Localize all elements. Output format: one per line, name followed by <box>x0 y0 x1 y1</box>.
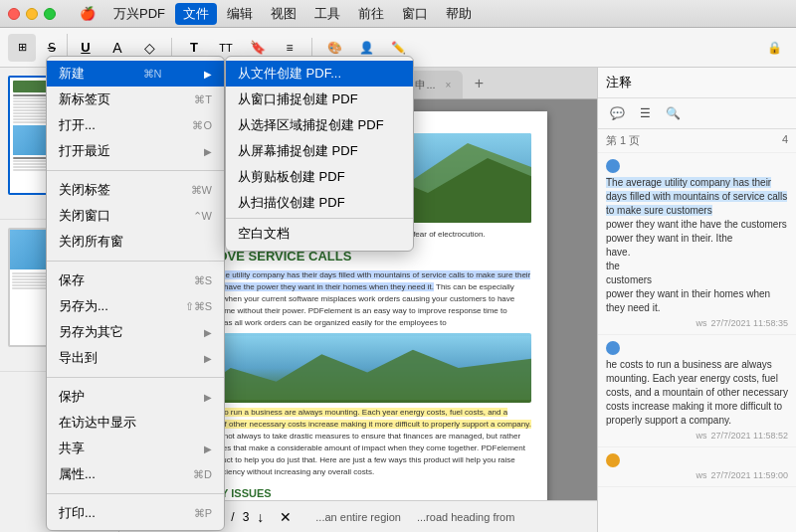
menu-section-5: 打印... ⌘P <box>47 496 224 530</box>
menu-section-3: 保存 ⌘S 另存为... ⇧⌘S 另存为其它 ▶ 导出到 ▶ <box>47 264 224 375</box>
menu-item-properties-label: 属性... <box>59 465 96 483</box>
menu-item-save-shortcut: ⌘S <box>178 274 212 287</box>
submenu-item-from-file-label: 从文件创建 PDF... <box>238 65 341 83</box>
menu-item-reveal-label: 在访达中显示 <box>59 414 136 432</box>
file-menu[interactable]: 文件 <box>175 3 217 25</box>
menu-section-4: 保护 ▶ 在访达中显示 共享 ▶ 属性... ⌘D <box>47 380 224 491</box>
minimize-button[interactable] <box>26 8 38 20</box>
menu-section-1: 新建 ⌘N ▶ 新标签页 ⌘T 打开... ⌘O 打开最近 ▶ <box>47 57 224 168</box>
submenu-item-from-scanner-label: 从扫描仪创建 PDF <box>238 194 345 212</box>
new-submenu-sep <box>226 218 413 219</box>
submenu-item-from-file[interactable]: 从文件创建 PDF... <box>226 61 413 87</box>
menu-item-save-as-label: 另存为... <box>59 297 108 315</box>
menu-item-save-as[interactable]: 另存为... ⇧⌘S <box>47 293 224 319</box>
apple-menu[interactable]: 🍎 <box>72 4 103 23</box>
menu-item-new-shortcut: ⌘N <box>127 68 162 81</box>
submenu-item-blank-label: 空白文档 <box>238 225 290 243</box>
menu-item-protect-label: 保护 <box>59 388 85 406</box>
menu-section-2: 关闭标签 ⌘W 关闭窗口 ⌃W 关闭所有窗 <box>47 173 224 259</box>
menu-item-save[interactable]: 保存 ⌘S <box>47 267 224 293</box>
new-submenu-popup: 从文件创建 PDF... 从窗口捕捉创建 PDF 从选择区域捕捉创建 PDF 从… <box>225 56 414 252</box>
close-button[interactable] <box>8 8 20 20</box>
tools-menu[interactable]: 工具 <box>306 3 348 25</box>
dropdown-overlay: 新建 ⌘N ▶ 新标签页 ⌘T 打开... ⌘O 打开最近 ▶ <box>0 56 796 532</box>
menu-item-properties-shortcut: ⌘D <box>177 468 212 481</box>
menu-item-save-label: 保存 <box>59 271 85 289</box>
goto-menu[interactable]: 前往 <box>350 3 392 25</box>
menu-item-recent-arrow: ▶ <box>204 146 212 157</box>
menu-item-share-arrow: ▶ <box>204 443 212 454</box>
menu-item-share-label: 共享 <box>59 440 85 457</box>
menu-item-close-tab-label: 关闭标签 <box>59 181 110 199</box>
menu-item-export-label: 导出到 <box>59 349 98 367</box>
menu-sep-4 <box>47 493 224 494</box>
menu-item-share[interactable]: 共享 ▶ <box>47 436 224 461</box>
menu-item-save-other-arrow: ▶ <box>204 327 212 338</box>
view-menu[interactable]: 视图 <box>263 3 304 25</box>
submenu-item-from-selection-label: 从选择区域捕捉创建 PDF <box>238 116 384 134</box>
menu-item-recent-label: 打开最近 <box>59 142 110 160</box>
menu-item-open-label: 打开... <box>59 116 96 134</box>
menu-item-protect-arrow: ▶ <box>204 392 212 403</box>
menu-item-close-all[interactable]: 关闭所有窗 <box>47 229 224 255</box>
menu-item-export-arrow: ▶ <box>204 353 212 364</box>
menu-item-open-shortcut: ⌘O <box>176 119 212 132</box>
menu-item-new-tab[interactable]: 新标签页 ⌘T <box>47 87 224 112</box>
submenu-item-from-selection[interactable]: 从选择区域捕捉创建 PDF <box>226 112 413 138</box>
menu-item-export[interactable]: 导出到 ▶ <box>47 345 224 371</box>
submenu-item-from-scanner[interactable]: 从扫描仪创建 PDF <box>226 190 413 216</box>
menu-item-open[interactable]: 打开... ⌘O <box>47 112 224 138</box>
menu-item-close-tab[interactable]: 关闭标签 ⌘W <box>47 177 224 203</box>
submenu-item-from-window[interactable]: 从窗口捕捉创建 PDF <box>226 87 413 112</box>
menu-bar: 🍎 万兴PDF 文件 编辑 视图 工具 前往 窗口 帮助 <box>72 3 480 25</box>
submenu-item-from-window-label: 从窗口捕捉创建 PDF <box>238 90 358 108</box>
traffic-lights <box>8 8 56 20</box>
maximize-button[interactable] <box>44 8 56 20</box>
submenu-item-from-screen-label: 从屏幕捕捉创建 PDF <box>238 142 358 160</box>
submenu-item-from-screen[interactable]: 从屏幕捕捉创建 PDF <box>226 138 413 164</box>
menu-item-close-window-shortcut: ⌃W <box>177 210 212 223</box>
menu-sep-1 <box>47 170 224 171</box>
submenu-item-from-clipboard-label: 从剪贴板创建 PDF <box>238 168 345 186</box>
menu-item-print-shortcut: ⌘P <box>178 507 212 520</box>
app-menu[interactable]: 万兴PDF <box>105 3 173 25</box>
menu-item-save-as-shortcut: ⇧⌘S <box>169 300 212 313</box>
main-container: ⊞ S̶ U A ◇ T TT 🔖 ≡ 🎨 👤 ✏️ 🔒 <box>0 28 796 532</box>
menu-item-recent[interactable]: 打开最近 ▶ <box>47 138 224 164</box>
menu-item-print-label: 打印... <box>59 504 96 522</box>
submenu-item-from-clipboard[interactable]: 从剪贴板创建 PDF <box>226 164 413 190</box>
menu-item-protect[interactable]: 保护 ▶ <box>47 384 224 410</box>
menu-item-new[interactable]: 新建 ⌘N ▶ <box>47 61 224 87</box>
menu-item-close-window-label: 关闭窗口 <box>59 207 110 225</box>
menu-item-new-arrow: ▶ <box>204 69 212 80</box>
menu-sep-2 <box>47 261 224 262</box>
menu-item-new-tab-shortcut: ⌘T <box>178 93 212 106</box>
menu-item-close-tab-shortcut: ⌘W <box>175 184 212 197</box>
menu-item-close-window[interactable]: 关闭窗口 ⌃W <box>47 203 224 229</box>
file-menu-popup: 新建 ⌘N ▶ 新标签页 ⌘T 打开... ⌘O 打开最近 ▶ <box>46 56 225 531</box>
menu-sep-3 <box>47 377 224 378</box>
menu-item-save-other[interactable]: 另存为其它 ▶ <box>47 319 224 345</box>
title-bar: 🍎 万兴PDF 文件 编辑 视图 工具 前往 窗口 帮助 <box>0 0 796 28</box>
menu-item-new-tab-label: 新标签页 <box>59 90 110 108</box>
window-menu[interactable]: 窗口 <box>394 3 436 25</box>
menu-item-reveal[interactable]: 在访达中显示 <box>47 410 224 436</box>
menu-item-save-other-label: 另存为其它 <box>59 323 123 341</box>
menu-item-new-label: 新建 <box>59 65 85 83</box>
new-submenu-section: 从文件创建 PDF... 从窗口捕捉创建 PDF 从选择区域捕捉创建 PDF 从… <box>226 57 413 251</box>
edit-menu[interactable]: 编辑 <box>219 3 261 25</box>
menu-item-print[interactable]: 打印... ⌘P <box>47 500 224 526</box>
menu-item-properties[interactable]: 属性... ⌘D <box>47 461 224 487</box>
menu-item-close-all-label: 关闭所有窗 <box>59 233 123 251</box>
toolbar-divider-1 <box>171 38 172 58</box>
submenu-item-blank[interactable]: 空白文档 <box>226 221 413 247</box>
help-menu[interactable]: 帮助 <box>438 3 480 25</box>
toolbar-divider-2 <box>311 38 312 58</box>
